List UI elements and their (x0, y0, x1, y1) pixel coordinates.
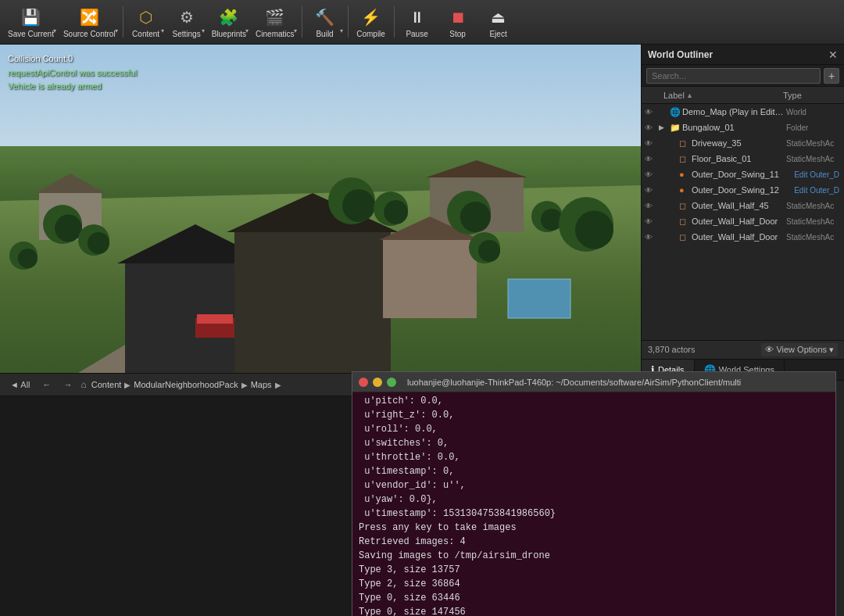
source-control-button[interactable]: 🔀 Source Control (59, 2, 120, 42)
pause-button[interactable]: ⏸ Pause (397, 2, 438, 42)
visibility-icon[interactable]: 👁 (645, 233, 657, 242)
outliner-item[interactable]: 👁●Outer_Door_Swing_12Edit Outer_D (642, 182, 844, 198)
terminal-close-button[interactable] (359, 378, 368, 387)
outliner-item[interactable]: 👁🌐Demo_Map (Play in Editor)World (642, 104, 844, 120)
breadcrumb-neighborhood[interactable]: ModularNeighborhoodPack (134, 380, 238, 389)
col-label-text: Label (663, 91, 685, 100)
item-type-icon: ● (679, 185, 690, 195)
stop-button[interactable]: ⏹ Stop (438, 2, 478, 42)
expand-arrow[interactable]: ▶ (659, 124, 668, 131)
terminal-maximize-button[interactable] (387, 378, 396, 387)
view-options-button[interactable]: 👁 View Options ▾ (761, 343, 838, 356)
terminal-line: Type 0, size 63446 (359, 591, 829, 605)
stop-label: Stop (449, 30, 466, 38)
outliner-item[interactable]: 👁◻Outer_Wall_Half_DoorStaticMeshAc (642, 213, 844, 229)
eject-button[interactable]: ⏏ Eject (478, 2, 519, 42)
toolbar-separator-4 (394, 6, 395, 38)
content-button[interactable]: ⬡ Content (126, 2, 166, 42)
terminal-line: Type 2, size 36864 (359, 577, 829, 591)
item-label: Floor_Basic_01 (692, 154, 785, 163)
terminal-line: u'roll': 0.0, (359, 422, 829, 436)
viewport[interactable]: Collision Count:0 requestApiControl was … (0, 45, 641, 373)
statusbar-forward-arrow[interactable]: → (60, 378, 77, 391)
visibility-icon[interactable]: 👁 (645, 124, 657, 132)
settings-icon: ⚙ (175, 5, 198, 29)
terminal-line: u'switches': 0, (359, 436, 829, 450)
toolbar-separator-1 (123, 6, 123, 38)
visibility-icon[interactable]: 👁 (645, 108, 657, 116)
col-type-text: Type (783, 91, 802, 100)
build-icon: 🔨 (313, 5, 337, 29)
item-label: Outer_Wall_Half_45 (692, 201, 785, 210)
compile-button[interactable]: ⚡ Compile (351, 2, 392, 42)
statusbar-home-icon: ⌂ (81, 379, 87, 390)
terminal-line: u'right_z': 0.0, (359, 408, 829, 422)
save-current-button[interactable]: 💾 Save Current (3, 2, 59, 42)
left-panel: Collision Count:0 requestApiControl was … (0, 45, 641, 616)
outliner-footer: 3,870 actors 👁 View Options ▾ (642, 340, 844, 359)
visibility-icon[interactable]: 👁 (645, 217, 657, 226)
blueprints-icon: 🧩 (217, 5, 241, 29)
item-type-label: World (786, 108, 841, 116)
item-action-link[interactable]: Edit Outer_D (792, 170, 841, 179)
pause-icon: ⏸ (406, 5, 429, 29)
breadcrumb-maps[interactable]: Maps (251, 380, 272, 389)
item-type-label: StaticMeshAc (786, 202, 841, 210)
outliner-item[interactable]: 👁▶📁Bungalow_01Folder (642, 120, 844, 135)
visibility-icon[interactable]: 👁 (645, 170, 657, 179)
item-type-icon: ● (679, 170, 690, 179)
terminal-title: luohanjie@luohanjie-ThinkPad-T460p: ~/Do… (407, 378, 829, 387)
blueprints-button[interactable]: 🧩 Blueprints (207, 2, 251, 42)
cinematics-label: Cinematics (256, 30, 294, 38)
compile-label: Compile (356, 30, 385, 38)
terminal-minimize-button[interactable] (373, 378, 382, 387)
content-icon: ⬡ (134, 5, 158, 29)
save-label: Save Current (8, 30, 54, 38)
item-label: Outer_Wall_Half_Door (692, 232, 785, 242)
outliner-item[interactable]: 👁◻Outer_Wall_Half_DoorStaticMeshAc (642, 229, 844, 245)
item-action-link[interactable]: Edit Outer_D (792, 186, 841, 195)
breadcrumb-arrow-1: ▶ (124, 381, 131, 389)
api-control-status: requestApiControl was successful (8, 66, 137, 81)
outliner-item[interactable]: 👁◻Driveway_35StaticMeshAc (642, 135, 844, 151)
view-options-arrow: ▾ (829, 345, 834, 355)
outliner-header: World Outliner ✕ (642, 45, 844, 65)
terminal-body[interactable]: u'y_val': 10.099740028381348, u'z_val': … (352, 392, 835, 616)
actor-count: 3,870 actors (648, 345, 758, 354)
visibility-icon[interactable]: 👁 (645, 139, 657, 148)
statusbar-back-button[interactable]: ◄ All (6, 378, 34, 391)
eye-icon: 👁 (765, 345, 774, 354)
search-add-button[interactable]: + (824, 68, 839, 84)
outliner-item[interactable]: 👁◻Floor_Basic_01StaticMeshAc (642, 151, 844, 167)
visibility-icon[interactable]: 👁 (645, 186, 657, 195)
outliner-item[interactable]: 👁◻Outer_Wall_Half_45StaticMeshAc (642, 198, 844, 213)
item-label: Outer_Door_Swing_12 (692, 185, 791, 195)
eject-icon: ⏏ (487, 5, 510, 29)
outliner-list: 👁🌐Demo_Map (Play in Editor)World👁▶📁Bunga… (642, 104, 844, 340)
cinematics-icon: 🎬 (263, 5, 287, 29)
item-type-icon: ◻ (679, 232, 690, 242)
cinematics-button[interactable]: 🎬 Cinematics (251, 2, 299, 42)
terminal-line: u'yaw': 0.0}, (359, 492, 829, 507)
item-label: Driveway_35 (692, 138, 785, 148)
breadcrumb-path: Content ▶ ModularNeighborhoodPack ▶ Maps… (91, 380, 281, 389)
settings-button[interactable]: ⚙ Settings (166, 2, 207, 42)
search-input[interactable] (646, 68, 821, 84)
visibility-icon[interactable]: 👁 (645, 202, 657, 210)
pause-label: Pause (406, 30, 427, 38)
statusbar-back-arrow[interactable]: ← (39, 378, 55, 391)
item-type-icon: ◻ (679, 217, 690, 227)
terminal-line: Type 3, size 13757 (359, 563, 829, 577)
outliner-search-bar: + (642, 65, 844, 87)
outliner-title: World Outliner (648, 49, 828, 60)
outliner-close-button[interactable]: ✕ (828, 48, 838, 61)
visibility-icon[interactable]: 👁 (645, 155, 657, 163)
view-options-label: View Options (776, 345, 827, 354)
item-type-label: StaticMeshAc (786, 217, 841, 226)
item-type-icon: 🌐 (670, 107, 681, 117)
item-type-label: StaticMeshAc (786, 155, 841, 163)
breadcrumb-content[interactable]: Content (91, 380, 122, 389)
build-label: Build (316, 30, 333, 38)
build-button[interactable]: 🔨 Build (305, 2, 345, 42)
outliner-item[interactable]: 👁●Outer_Door_Swing_11Edit Outer_D (642, 167, 844, 182)
